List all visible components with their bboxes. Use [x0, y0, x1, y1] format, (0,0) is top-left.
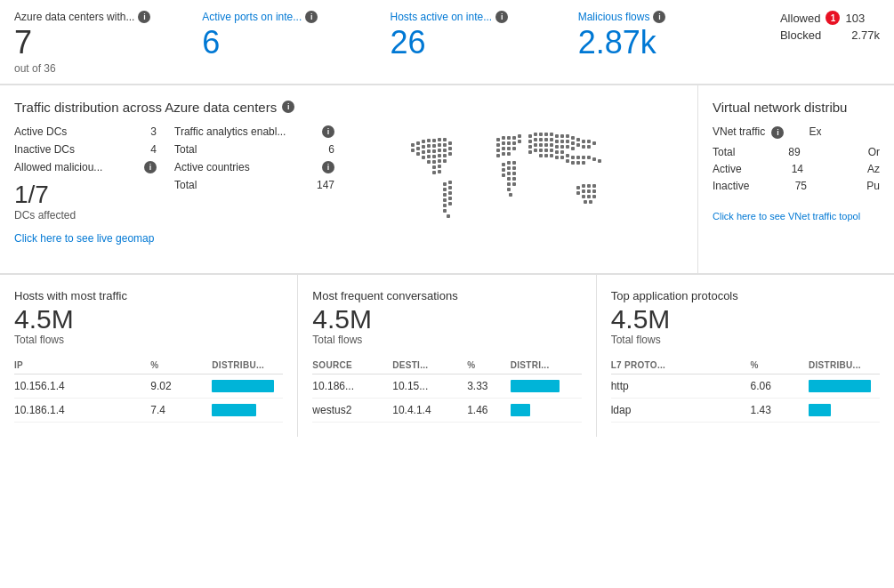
hosts-active-label[interactable]: Hosts active on inte... i [390, 11, 550, 23]
svg-rect-55 [507, 141, 511, 145]
svg-rect-123 [550, 154, 553, 157]
svg-rect-107 [539, 143, 543, 147]
top-metrics-bar: Azure data centers with... i 7 out of 36… [0, 0, 894, 85]
app-protocols-total: 4.5M [611, 304, 880, 334]
allowed-malicious-row: Allowed maliciou... i [14, 161, 157, 173]
active-ports-label[interactable]: Active ports on inte... i [202, 11, 362, 23]
svg-rect-145 [582, 195, 585, 198]
fraction-sub: DCs affected [14, 209, 157, 222]
hosts-traffic-table: IP % DISTRIBU... 10.156.1.4 9.02 10.186.… [14, 355, 283, 423]
analytics-info-icon[interactable]: i [322, 125, 334, 138]
svg-rect-112 [566, 145, 569, 149]
svg-rect-24 [432, 155, 436, 158]
azure-dc-sub: out of 36 [14, 62, 181, 75]
conversations-flows-label: Total flows [312, 334, 581, 346]
svg-rect-92 [592, 141, 596, 145]
svg-rect-104 [587, 145, 591, 149]
vnet-info-icon[interactable]: i [771, 126, 784, 139]
conversations-table: SOURCE DESTI... % DISTRI... 10.186... 10… [312, 355, 581, 423]
app-protocols-flows-label: Total flows [611, 334, 880, 346]
svg-rect-2 [422, 140, 425, 143]
svg-rect-118 [550, 149, 553, 152]
svg-rect-73 [512, 172, 516, 175]
active-ports-info-icon[interactable]: i [305, 11, 318, 23]
hosts-col-pct: % [150, 355, 212, 375]
svg-rect-63 [502, 152, 505, 156]
svg-rect-20 [443, 149, 447, 152]
malicious-flows-label[interactable]: Malicious flows i [578, 11, 738, 23]
traffic-distribution-panel: Traffic distribution across Azure data c… [0, 85, 698, 273]
table-row: http 6.06 [611, 374, 880, 398]
svg-rect-149 [589, 200, 592, 204]
svg-rect-134 [571, 161, 575, 165]
svg-rect-111 [560, 145, 564, 149]
table-row: 10.186... 10.15... 3.33 [312, 374, 581, 398]
svg-rect-45 [448, 202, 452, 205]
svg-rect-37 [448, 181, 452, 184]
svg-rect-52 [518, 134, 521, 138]
svg-rect-48 [496, 138, 500, 141]
conversations-title: Most frequent conversations [312, 289, 581, 302]
svg-rect-141 [576, 191, 580, 195]
allowed-row: Allowed 1 103 [780, 11, 880, 25]
svg-rect-56 [512, 141, 516, 145]
active-countries-info-icon[interactable]: i [322, 161, 334, 173]
azure-dc-info-icon[interactable]: i [138, 11, 150, 23]
active-countries-total-row: Total 147 [174, 179, 334, 191]
svg-rect-59 [502, 147, 505, 150]
svg-rect-89 [576, 138, 580, 141]
svg-rect-140 [592, 184, 596, 188]
svg-rect-78 [507, 188, 511, 191]
svg-rect-120 [560, 150, 564, 154]
svg-rect-61 [512, 147, 516, 150]
svg-rect-65 [502, 163, 505, 166]
svg-rect-102 [576, 143, 580, 147]
hosts-active-info-icon[interactable]: i [495, 11, 508, 23]
app-tbody: http 6.06 ldap 1.43 [611, 374, 880, 422]
app-col-pct: % [750, 355, 809, 375]
conversations-total: 4.5M [312, 304, 581, 334]
table-row: ldap 1.43 [611, 398, 880, 422]
svg-rect-76 [507, 182, 511, 186]
app-protocols-title: Top application protocols [611, 289, 880, 302]
svg-rect-40 [443, 193, 447, 197]
svg-rect-62 [496, 154, 500, 157]
active-countries-label-row: Active countries i [174, 161, 334, 173]
svg-rect-130 [587, 156, 591, 159]
svg-rect-87 [566, 134, 569, 138]
svg-rect-8 [416, 147, 420, 150]
world-map-svg [393, 125, 642, 259]
svg-rect-38 [448, 186, 452, 189]
svg-rect-70 [512, 166, 516, 170]
traffic-distribution-info-icon[interactable]: i [282, 101, 294, 113]
vnet-row: Inactive75Pu [713, 180, 880, 192]
allowed-malicious-info-icon[interactable]: i [144, 161, 157, 173]
malicious-flows-info-icon[interactable]: i [653, 11, 665, 23]
vnet-link[interactable]: Click here to see VNet traffic topol [713, 211, 860, 222]
svg-rect-95 [539, 138, 543, 141]
active-dcs-row: Active DCs 3 [14, 125, 157, 138]
vnet-col2-label: Ex [809, 125, 821, 139]
azure-dc-value: 7 [14, 25, 181, 60]
svg-rect-13 [443, 143, 447, 147]
svg-rect-41 [448, 191, 452, 195]
svg-rect-53 [496, 143, 500, 147]
svg-rect-67 [512, 161, 516, 165]
blocked-count: 2.77k [851, 28, 880, 42]
svg-rect-49 [502, 136, 505, 140]
svg-rect-79 [509, 193, 512, 197]
blocked-row: Blocked 2.77k [780, 28, 880, 42]
svg-rect-26 [443, 154, 447, 157]
svg-rect-50 [507, 136, 511, 140]
svg-rect-109 [550, 143, 553, 147]
svg-rect-4 [432, 139, 436, 142]
hosts-traffic-total: 4.5M [14, 304, 283, 334]
azure-dc-label[interactable]: Azure data centers with... i [14, 11, 174, 23]
svg-rect-12 [438, 143, 441, 147]
geomap-link[interactable]: Click here to see live geomap [14, 232, 154, 245]
blocked-label: Blocked [780, 28, 821, 42]
table-row: 10.156.1.4 9.02 [14, 374, 283, 398]
svg-rect-115 [534, 149, 537, 152]
conv-col-dest: DESTI... [392, 355, 467, 375]
svg-rect-77 [512, 182, 516, 186]
